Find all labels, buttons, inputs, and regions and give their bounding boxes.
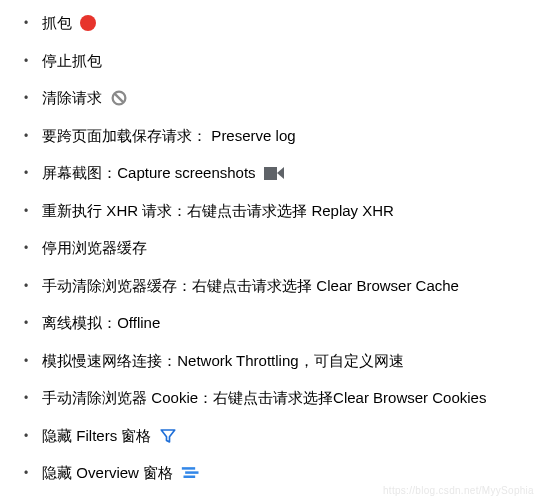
- bullet: •: [24, 89, 28, 107]
- list-item: • 模拟慢速网络连接：Network Throttling，可自定义网速: [24, 350, 530, 373]
- item-text: 要跨页面加载保存请求： Preserve log: [42, 125, 295, 148]
- bullet: •: [24, 427, 28, 445]
- bullet: •: [24, 352, 28, 370]
- list-item: • 抓包: [24, 12, 530, 35]
- bullet: •: [24, 52, 28, 70]
- svg-rect-2: [182, 467, 195, 470]
- list-item: • 隐藏 Filters 窗格: [24, 425, 530, 448]
- list-item: • 停止抓包: [24, 50, 530, 73]
- item-text: 隐藏 Overview 窗格: [42, 462, 173, 485]
- list-item: • 要跨页面加载保存请求： Preserve log: [24, 125, 530, 148]
- bullet: •: [24, 239, 28, 257]
- bullet: •: [24, 127, 28, 145]
- bullet: •: [24, 14, 28, 32]
- bullet: •: [24, 202, 28, 220]
- filter-icon: [159, 427, 177, 445]
- watermark: https://blog.csdn.net/MyySophia: [383, 485, 534, 496]
- list-item: • 离线模拟：Offline: [24, 312, 530, 335]
- item-text: 手动清除浏览器 Cookie：右键点击请求选择Clear Browser Coo…: [42, 387, 486, 410]
- list-item: • 手动清除浏览器缓存：右键点击请求选择 Clear Browser Cache: [24, 275, 530, 298]
- list-item: • 重新执行 XHR 请求：右键点击请求选择 Replay XHR: [24, 200, 530, 223]
- svg-line-1: [115, 94, 123, 102]
- feature-list: • 抓包 • 停止抓包 • 清除请求 • 要跨页面加载保存请求： Preserv…: [24, 12, 530, 485]
- item-text: 隐藏 Filters 窗格: [42, 425, 151, 448]
- bullet: •: [24, 164, 28, 182]
- record-icon: [80, 15, 96, 31]
- item-text: 停止抓包: [42, 50, 102, 73]
- ban-icon: [110, 89, 128, 107]
- list-item: • 手动清除浏览器 Cookie：右键点击请求选择Clear Browser C…: [24, 387, 530, 410]
- bullet: •: [24, 277, 28, 295]
- camera-icon: [264, 167, 284, 180]
- item-text: 离线模拟：Offline: [42, 312, 160, 335]
- item-text: 屏幕截图：Capture screenshots: [42, 162, 255, 185]
- item-text: 抓包: [42, 12, 72, 35]
- overview-icon: [181, 466, 201, 480]
- bullet: •: [24, 314, 28, 332]
- svg-rect-4: [184, 476, 196, 479]
- svg-rect-3: [185, 472, 198, 475]
- list-item: • 停用浏览器缓存: [24, 237, 530, 260]
- item-text: 停用浏览器缓存: [42, 237, 147, 260]
- list-item: • 屏幕截图：Capture screenshots: [24, 162, 530, 185]
- bullet: •: [24, 464, 28, 482]
- list-item: • 隐藏 Overview 窗格: [24, 462, 530, 485]
- bullet: •: [24, 389, 28, 407]
- list-item: • 清除请求: [24, 87, 530, 110]
- item-text: 模拟慢速网络连接：Network Throttling，可自定义网速: [42, 350, 403, 373]
- item-text: 手动清除浏览器缓存：右键点击请求选择 Clear Browser Cache: [42, 275, 459, 298]
- item-text: 清除请求: [42, 87, 102, 110]
- item-text: 重新执行 XHR 请求：右键点击请求选择 Replay XHR: [42, 200, 394, 223]
